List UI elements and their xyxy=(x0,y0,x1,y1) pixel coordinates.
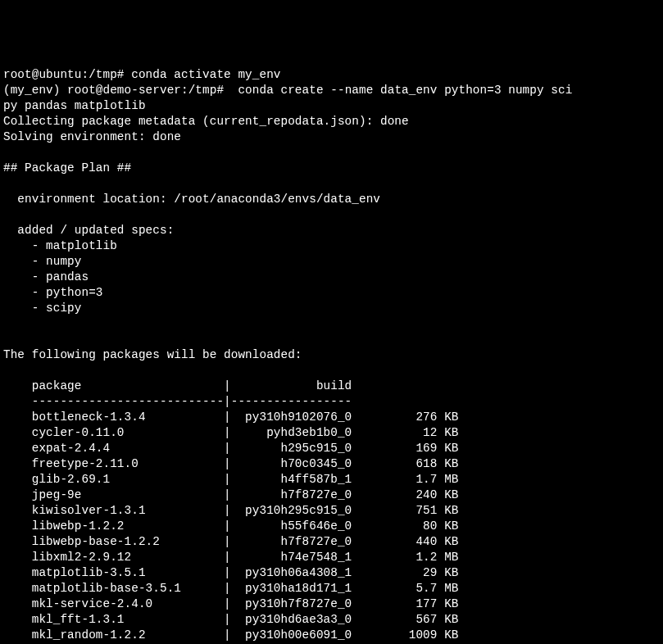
spec-item: - scipy xyxy=(3,302,81,315)
package-row: cycler-0.11.0 | pyhd3eb1b0_0 12 KB xyxy=(3,426,459,439)
package-row: mkl_fft-1.3.1 | py310hd6ae3a3_0 567 KB xyxy=(3,613,459,626)
package-row: kiwisolver-1.3.1 | py310h295c915_0 751 K… xyxy=(3,504,459,517)
package-row: freetype-2.11.0 | h70c0345_0 618 KB xyxy=(3,457,459,470)
spec-item: - numpy xyxy=(3,255,81,268)
package-row: expat-2.4.4 | h295c915_0 169 KB xyxy=(3,442,459,455)
spec-item: - pandas xyxy=(3,270,89,283)
package-row: mkl_random-1.2.2 | py310h00e6091_0 1009 … xyxy=(3,628,459,642)
package-row: libwebp-1.2.2 | h55f646e_0 80 KB xyxy=(3,519,459,533)
package-row: matplotlib-3.5.1 | py310h06a4308_1 29 KB xyxy=(3,566,459,579)
package-row: jpeg-9e | h7f8727e_0 240 KB xyxy=(3,488,459,501)
download-header: The following packages will be downloade… xyxy=(3,348,302,361)
spec-item: - matplotlib xyxy=(3,239,117,252)
plan-header: ## Package Plan ## xyxy=(3,161,131,175)
terminal-output[interactable]: root@ubuntu:/tmp# conda activate my_env … xyxy=(3,67,660,644)
package-row: matplotlib-base-3.5.1 | py310ha18d171_1 … xyxy=(3,582,459,595)
table-header: package | build xyxy=(3,379,352,392)
specs-header: added / updated specs: xyxy=(3,224,174,237)
package-row: mkl-service-2.4.0 | py310h7f8727e_0 177 … xyxy=(3,597,459,610)
table-divider: ---------------------------|------------… xyxy=(3,395,352,408)
package-row: glib-2.69.1 | h4ff587b_1 1.7 MB xyxy=(3,473,459,486)
output-solving: Solving environment: done xyxy=(3,130,181,143)
prompt-2: (my_env) root@demo-server:/tmp# xyxy=(3,84,224,97)
spec-item: - python=3 xyxy=(3,286,103,299)
env-location: environment location: /root/anaconda3/en… xyxy=(3,193,380,206)
command-2: conda create --name data_env python=3 nu… xyxy=(224,84,572,97)
command-1: conda activate my_env xyxy=(125,68,281,81)
package-row: libxml2-2.9.12 | h74e7548_1 1.2 MB xyxy=(3,551,459,564)
command-2-cont: py pandas matplotlib xyxy=(3,99,146,112)
package-row: libwebp-base-1.2.2 | h7f8727e_0 440 KB xyxy=(3,535,459,548)
output-collecting: Collecting package metadata (current_rep… xyxy=(3,115,409,128)
prompt-1: root@ubuntu:/tmp# xyxy=(3,68,125,81)
package-row: bottleneck-1.3.4 | py310h9102076_0 276 K… xyxy=(3,410,459,424)
